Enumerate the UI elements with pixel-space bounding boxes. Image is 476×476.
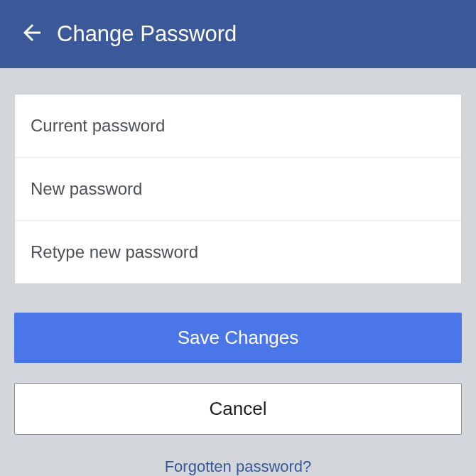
new-password-row	[15, 158, 461, 221]
current-password-input[interactable]	[15, 94, 461, 157]
cancel-button[interactable]: Cancel	[14, 383, 462, 435]
current-password-row	[15, 94, 461, 158]
page-title: Change Password	[57, 21, 237, 47]
forgotten-password-link[interactable]: Forgotten password?	[0, 458, 476, 476]
back-arrow-icon	[19, 20, 45, 48]
back-button[interactable]	[14, 16, 50, 52]
password-form-card	[14, 94, 462, 284]
retype-password-row	[15, 221, 461, 283]
app-header: Change Password	[0, 0, 476, 68]
retype-password-input[interactable]	[15, 221, 461, 283]
new-password-input[interactable]	[15, 158, 461, 220]
save-changes-button[interactable]: Save Changes	[14, 313, 462, 363]
